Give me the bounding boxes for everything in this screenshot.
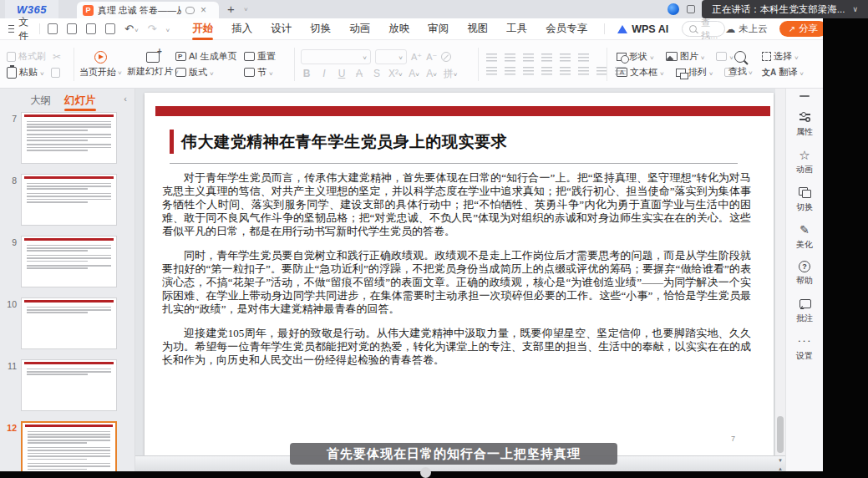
align-justify-icon[interactable] bbox=[541, 66, 552, 76]
ai-generate-page-button[interactable]: P AI 生成单页 bbox=[175, 50, 236, 63]
distribute-text-icon[interactable] bbox=[560, 53, 571, 63]
search-input[interactable]: 查找... bbox=[682, 21, 725, 37]
save-icon[interactable] bbox=[48, 23, 58, 34]
font-family-select[interactable] bbox=[301, 49, 371, 64]
line-spacing-icon[interactable] bbox=[578, 66, 589, 76]
previous-slide-button[interactable] bbox=[779, 465, 782, 471]
highlight-color-button[interactable]: A bbox=[426, 68, 438, 79]
slide-body-text[interactable]: 对于青年学生党员而言，传承伟大建党精神，首先要体现在日常的“知行合一”上。把“坚… bbox=[162, 171, 751, 378]
paste-button[interactable]: 粘贴 bbox=[7, 66, 44, 79]
slide-paragraph[interactable]: 迎接建党105周年，最好的致敬是行动。从伟大建党精神中汲取力量，既要仰望星空、坚… bbox=[162, 327, 751, 367]
ribbon-tab[interactable]: 切换 bbox=[301, 18, 340, 40]
picture-button[interactable]: 图片 bbox=[666, 50, 705, 63]
slide-thumbnail[interactable]: 8 bbox=[0, 174, 135, 226]
tab-slides[interactable]: 幻灯片 bbox=[64, 89, 96, 112]
text-direction-icon[interactable] bbox=[578, 53, 589, 63]
ribbon-tab[interactable]: 放映 bbox=[379, 18, 419, 40]
tool-button[interactable]: 批注 bbox=[796, 297, 813, 324]
caption-handle[interactable] bbox=[420, 467, 431, 478]
tool-button[interactable]: 属性 bbox=[796, 110, 813, 138]
print-preview-icon[interactable] bbox=[105, 23, 115, 34]
tool-button[interactable]: 设置 bbox=[796, 334, 813, 362]
tab-close-icon[interactable]: × bbox=[201, 5, 206, 15]
ribbon-tab[interactable]: 动画 bbox=[340, 18, 379, 40]
tool-button[interactable]: 动画 bbox=[796, 148, 813, 175]
bold-button[interactable]: B bbox=[301, 69, 312, 79]
align-center-icon[interactable] bbox=[505, 66, 515, 76]
cloud-upload-button[interactable]: ☁ 未上云 bbox=[725, 23, 768, 35]
document-tab[interactable]: P 真理 忠诚 答卷——从伟大... × bbox=[77, 2, 219, 18]
vertical-scrollbar[interactable] bbox=[775, 89, 785, 455]
columns-icon[interactable] bbox=[560, 66, 571, 76]
align-left-icon[interactable] bbox=[486, 66, 497, 76]
new-slide-button[interactable]: 新建幻灯片 bbox=[127, 52, 179, 78]
bullets-icon[interactable] bbox=[486, 53, 497, 63]
slide-thumbnail[interactable]: 12 bbox=[0, 421, 135, 471]
slide-title[interactable]: 伟大建党精神在青年学生党员身上的现实要求 bbox=[181, 131, 507, 153]
section-button[interactable]: 节 bbox=[244, 66, 273, 79]
superscript-button[interactable]: X² bbox=[388, 68, 403, 79]
ribbon-tab[interactable]: 插入 bbox=[222, 18, 261, 40]
meeting-app-icon[interactable] bbox=[667, 3, 679, 15]
tab-list-chevron-icon[interactable] bbox=[244, 5, 248, 13]
ribbon-tab[interactable]: 会员专享 bbox=[536, 18, 596, 40]
print-icon[interactable] bbox=[86, 23, 96, 34]
shadow-button[interactable]: S bbox=[371, 69, 383, 79]
tool-button[interactable]: 美化 bbox=[796, 223, 813, 251]
ribbon-tab[interactable]: 工具 bbox=[497, 18, 536, 40]
phonetic-guide-button[interactable]: 拼 bbox=[444, 68, 458, 79]
select-button[interactable]: 选择 bbox=[762, 50, 799, 63]
numbering-icon[interactable] bbox=[505, 53, 515, 63]
underline-button[interactable]: U bbox=[336, 69, 348, 79]
meeting-speaking-overlay[interactable]: 正在讲话：本科生党支部梁海... ∨ bbox=[702, 0, 868, 18]
ribbon-tab[interactable]: 设计 bbox=[261, 18, 301, 40]
share-button[interactable]: ↗ 分享 bbox=[779, 21, 827, 37]
next-slide-button[interactable] bbox=[779, 457, 782, 463]
align-right-icon[interactable] bbox=[523, 66, 534, 76]
slide-paragraph[interactable]: 同时，青年学生党员要自觉树立和践行正确政绩观。政绩观不是走上工作岗位后才需要思考… bbox=[162, 249, 751, 316]
undo-icon[interactable]: ↶ bbox=[124, 23, 139, 35]
format-painter-button[interactable]: 格式刷 bbox=[7, 50, 46, 63]
tool-button[interactable]: 帮助 bbox=[796, 261, 813, 287]
shapes-button[interactable]: 形状 bbox=[617, 50, 654, 63]
play-from-current-button[interactable]: 当页开始 bbox=[79, 51, 122, 79]
italic-button[interactable]: I bbox=[318, 69, 330, 79]
slide-paragraph[interactable]: 对于青年学生党员而言，传承伟大建党精神，首先要体现在日常的“知行合一”上。把“坚… bbox=[162, 171, 751, 238]
cut-icon[interactable]: ✂ bbox=[53, 52, 61, 62]
tab-outline[interactable]: 大纲 bbox=[30, 89, 51, 112]
chart-icon[interactable] bbox=[716, 52, 727, 61]
slide-thumbnail[interactable]: 11 bbox=[0, 359, 135, 411]
textbox-button[interactable]: A 文本框 bbox=[617, 66, 664, 79]
indent-decrease-icon[interactable] bbox=[523, 53, 534, 63]
slide-thumbnail[interactable]: 9 bbox=[0, 236, 135, 287]
wps-ai-button[interactable]: WPS AI bbox=[617, 23, 668, 35]
tool-button[interactable]: 切换 bbox=[796, 186, 813, 213]
font-size-select[interactable] bbox=[375, 49, 407, 64]
ribbon-tab[interactable]: 视图 bbox=[458, 18, 497, 40]
ribbon-tab[interactable]: 开始 bbox=[183, 18, 222, 40]
copy-icon[interactable] bbox=[51, 68, 60, 78]
file-menu-button[interactable]: 文件 bbox=[8, 15, 32, 43]
scrollbar-thumb[interactable] bbox=[777, 416, 784, 453]
redo-icon[interactable]: ↷ bbox=[148, 23, 157, 34]
font-color-button[interactable]: A bbox=[409, 68, 420, 79]
more-commands-icon[interactable] bbox=[165, 23, 170, 35]
window-restore-icon[interactable] bbox=[687, 5, 695, 13]
collapse-panel-icon[interactable]: ‹ bbox=[124, 94, 127, 104]
reset-button[interactable]: 重置 bbox=[244, 50, 276, 63]
slide-thumbnail[interactable]: 7 bbox=[0, 112, 135, 164]
ribbon-tab[interactable]: 审阅 bbox=[419, 18, 458, 40]
slide-thumbnail[interactable]: 10 bbox=[0, 297, 135, 349]
find-button[interactable]: 查找 bbox=[728, 51, 753, 78]
clear-format-icon[interactable] bbox=[441, 52, 451, 62]
slide[interactable]: 伟大建党精神在青年学生党员身上的现实要求 对于青年学生党员而言，传承伟大建党精神… bbox=[145, 93, 774, 455]
translate-button[interactable]: 文A 翻译 bbox=[762, 66, 804, 79]
overlay-chevron-icon[interactable]: ∨ bbox=[852, 5, 858, 13]
decrease-font-size-button[interactable]: A⁻ bbox=[426, 52, 437, 63]
increase-font-size-button[interactable]: A⁺ bbox=[411, 52, 422, 63]
new-tab-button[interactable]: + bbox=[227, 2, 235, 16]
collapse-strip-icon[interactable] bbox=[799, 95, 810, 97]
strikethrough-button[interactable]: A bbox=[353, 69, 365, 79]
layout-button[interactable]: 版式 bbox=[175, 66, 214, 79]
indent-increase-icon[interactable] bbox=[541, 53, 552, 63]
